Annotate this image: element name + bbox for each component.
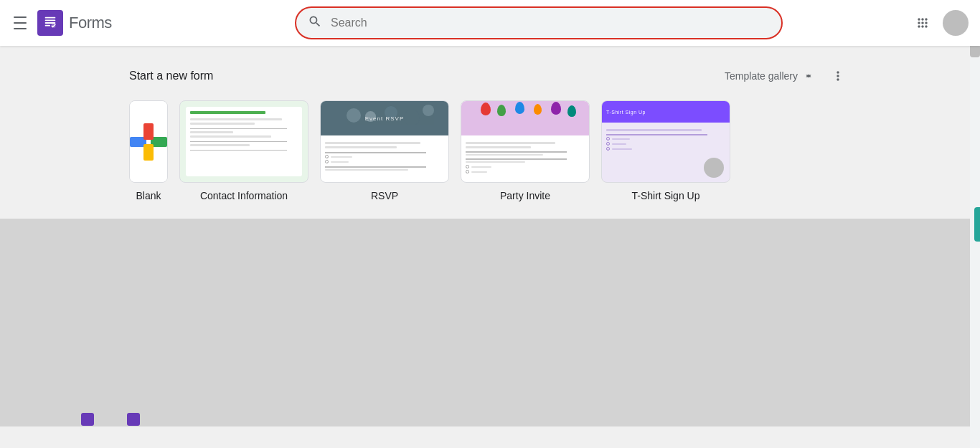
- section-title: Start a new form: [129, 70, 213, 82]
- template-thumbnail-blank[interactable]: [129, 100, 168, 183]
- svg-rect-2: [45, 22, 56, 24]
- template-card-party[interactable]: Party Invite: [461, 100, 590, 201]
- app-header: Forms: [0, 0, 980, 46]
- template-thumbnail-tshirt[interactable]: T-Shirt Sign Up: [601, 100, 730, 183]
- template-label-rsvp: RSVP: [371, 190, 398, 201]
- hamburger-menu-button[interactable]: [11, 14, 29, 32]
- app-name-label: Forms: [69, 14, 112, 32]
- template-gallery-button[interactable]: Template gallery: [717, 65, 822, 87]
- template-thumbnail-rsvp[interactable]: Event RSVP: [320, 100, 449, 183]
- template-thumbnail-contact[interactable]: [179, 100, 308, 183]
- main-content: Start a new form Template gallery: [0, 46, 980, 219]
- template-label-party: Party Invite: [500, 190, 550, 201]
- header-left: Forms: [11, 10, 169, 36]
- bottom-icon-2: [127, 413, 140, 426]
- search-input[interactable]: [331, 16, 770, 29]
- bottom-item-1: [81, 413, 98, 426]
- expand-collapse-icon: [802, 70, 815, 82]
- template-thumbnail-party[interactable]: [461, 100, 590, 183]
- tshirt-thumbnail-content: T-Shirt Sign Up: [602, 101, 730, 182]
- template-label-blank: Blank: [136, 190, 161, 201]
- lower-inner: [67, 219, 913, 426]
- svg-rect-1: [45, 19, 56, 21]
- forms-logo-icon: [37, 10, 63, 36]
- plus-icon: [130, 123, 167, 161]
- header-right: [908, 9, 969, 37]
- template-card-contact[interactable]: Contact Information: [179, 100, 308, 201]
- template-card-tshirt[interactable]: T-Shirt Sign Up: [601, 100, 730, 201]
- bottom-icon-1: [81, 413, 94, 426]
- template-label-contact: Contact Information: [200, 190, 288, 201]
- template-card-rsvp[interactable]: Event RSVP: [320, 100, 449, 201]
- google-apps-button[interactable]: [908, 9, 937, 37]
- template-label-tshirt: T-Shirt Sign Up: [632, 190, 700, 201]
- svg-rect-7: [143, 123, 154, 140]
- search-icon: [308, 14, 322, 32]
- svg-rect-0: [45, 17, 56, 19]
- contact-thumbnail-content: [180, 101, 308, 182]
- bottom-item-2: [127, 413, 144, 426]
- templates-grid: Blank C: [129, 100, 851, 201]
- rsvp-thumbnail-content: Event RSVP: [321, 101, 448, 182]
- header-right-controls: Template gallery: [717, 63, 851, 89]
- lower-section: [0, 219, 980, 426]
- lower-bottom-bar: [67, 412, 913, 426]
- blank-thumbnail-content: [130, 101, 167, 182]
- template-section-header: Start a new form Template gallery: [129, 63, 851, 89]
- svg-rect-3: [45, 25, 50, 27]
- party-thumbnail-content: [461, 101, 589, 182]
- template-card-blank[interactable]: Blank: [129, 100, 168, 201]
- svg-rect-8: [143, 144, 154, 161]
- user-avatar[interactable]: [943, 10, 969, 36]
- more-vert-icon: [831, 69, 845, 83]
- app-logo[interactable]: Forms: [37, 10, 112, 36]
- search-container: [169, 6, 908, 39]
- search-box: [295, 6, 783, 39]
- teal-side-tab[interactable]: [974, 207, 980, 242]
- template-gallery-label: Template gallery: [725, 70, 798, 82]
- more-options-button[interactable]: [825, 63, 851, 89]
